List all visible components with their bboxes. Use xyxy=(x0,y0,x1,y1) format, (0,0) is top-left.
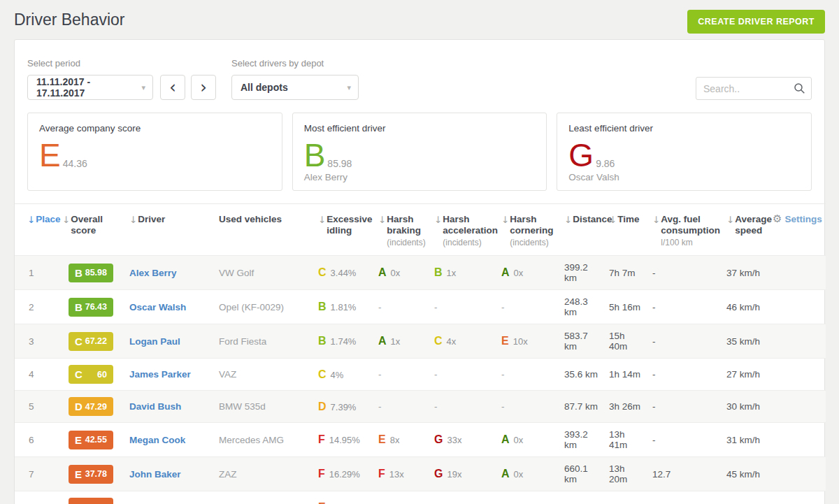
grade-value: 1x xyxy=(447,268,457,278)
grade-letter: C xyxy=(434,335,443,347)
create-driver-report-button[interactable]: CREATE DRIVER REPORT xyxy=(687,10,825,34)
chevron-down-icon: ▾ xyxy=(141,83,145,92)
column-sublabel: (incidents) xyxy=(387,237,426,248)
worst-grade-letter: G xyxy=(568,142,594,169)
grade-value: 4% xyxy=(331,370,344,380)
column-sublabel: (incidents) xyxy=(510,237,556,248)
empty-value: - xyxy=(378,401,382,412)
speed-cell: 37 km/h xyxy=(719,256,766,290)
grade-value: 0x xyxy=(514,268,524,278)
column-label: Driver xyxy=(138,214,165,224)
braking-cell: F13x xyxy=(371,457,427,491)
vehicles-cell: VAZ xyxy=(212,359,311,391)
driver-cell: Jogn Green xyxy=(122,491,212,504)
score-badge: E37.78 xyxy=(69,465,113,484)
place-cell: 5 xyxy=(15,391,55,423)
vehicles-cell: VOLVO xyxy=(212,491,311,504)
grade-value: 10x xyxy=(513,336,528,347)
settings-cell xyxy=(766,457,826,491)
distance-cell: 583.7 km xyxy=(557,324,602,359)
grade-value: 7.39% xyxy=(331,402,357,412)
place-cell: 8 xyxy=(15,491,55,504)
cornering-cell: - xyxy=(494,491,557,504)
column-label: Harsh cornering xyxy=(510,214,553,236)
column-header-harsh-braking[interactable]: ↓Harsh braking(incidents) xyxy=(371,204,427,256)
column-label: Settings xyxy=(784,214,822,224)
acceleration-cell: G19x xyxy=(427,457,494,491)
acceleration-cell: G33x xyxy=(427,423,494,457)
column-header-time[interactable]: ↓Time xyxy=(602,204,645,256)
overall-score-cell: C60 xyxy=(55,359,122,391)
idling-cell: E10.8% xyxy=(311,491,371,504)
column-header-settings[interactable]: ⚙Settings xyxy=(766,204,826,256)
score-badge: C67.22 xyxy=(69,332,113,351)
driver-cell: John Baker xyxy=(122,457,212,491)
grade-letter: G xyxy=(434,433,443,445)
drivers-table: ↓Place↓Overall score↓DriverUsed vehicles… xyxy=(15,203,826,504)
braking-cell: A0x xyxy=(371,256,427,290)
column-header-avg-fuel-consumption[interactable]: ↓Avg. fuel consumptionl/100 km xyxy=(645,204,719,256)
sort-arrow-icon: ↓ xyxy=(434,214,442,225)
idling-cell: C3.44% xyxy=(311,256,371,290)
driver-link[interactable]: James Parker xyxy=(129,369,191,380)
grade-letter: A xyxy=(501,266,510,278)
column-header-harsh-acceleration[interactable]: ↓Harsh acceleration(incidents) xyxy=(427,204,494,256)
empty-value: - xyxy=(434,302,438,312)
fuel-cell: - xyxy=(645,423,719,457)
score-badge: B85.98 xyxy=(69,264,113,282)
filters-bar: Select period 11.11.2017 - 17.11.2017 ▾ … xyxy=(15,40,824,100)
column-header-excessive-idling[interactable]: ↓Excessive idling xyxy=(311,204,371,256)
vehicles-cell: VW Golf xyxy=(212,256,311,290)
braking-cell: - xyxy=(371,491,427,504)
cornering-cell: - xyxy=(494,359,557,391)
least-efficient-driver-card: Least efficient driver G 9.86 Oscar Vals… xyxy=(557,113,812,191)
overall-score-cell: D47.29 xyxy=(55,391,122,423)
acceleration-cell: - xyxy=(427,391,494,423)
driver-row: 7E37.78John BakerZAZF16.29%F13xG19xA0x66… xyxy=(15,457,826,491)
grade-letter: A xyxy=(378,335,387,347)
column-header-average-speed[interactable]: ↓Average speed xyxy=(719,204,766,256)
place-cell: 2 xyxy=(15,290,55,324)
summary-cards: Average company score E 44.36 Most effic… xyxy=(15,100,824,203)
driver-link[interactable]: Logan Paul xyxy=(129,336,180,347)
place-cell: 4 xyxy=(15,359,55,391)
depot-select[interactable]: All depots ▾ xyxy=(231,75,359,100)
next-period-button[interactable]: › xyxy=(191,75,216,100)
column-header-driver[interactable]: ↓Driver xyxy=(122,204,212,256)
search-icon[interactable] xyxy=(794,82,805,97)
column-header-harsh-cornering[interactable]: ↓Harsh cornering(incidents) xyxy=(494,204,557,256)
driver-link[interactable]: David Bush xyxy=(129,401,181,412)
column-header-overall-score[interactable]: ↓Overall score xyxy=(55,204,122,256)
driver-link[interactable]: Alex Berry xyxy=(129,268,177,278)
speed-cell: 31 km/h xyxy=(719,423,766,457)
driver-link[interactable]: Oscar Walsh xyxy=(129,302,186,312)
best-score-value: 85.98 xyxy=(327,158,352,169)
column-header-distance[interactable]: ↓Distance xyxy=(557,204,602,256)
fuel-cell: - xyxy=(645,391,719,423)
speed-cell: 30 km/h xyxy=(719,391,766,423)
grade-value: 0x xyxy=(391,268,401,278)
acceleration-cell: C4x xyxy=(427,324,494,359)
grade-letter: F xyxy=(318,433,325,445)
distance-cell: 70.8 km xyxy=(557,491,602,504)
overall-score-cell: E34.5 xyxy=(55,491,122,504)
driver-cell: Logan Paul xyxy=(122,324,212,359)
previous-period-button[interactable]: ‹ xyxy=(160,75,185,100)
overall-score-cell: E42.55 xyxy=(55,423,122,457)
driver-link[interactable]: Megan Cook xyxy=(129,435,185,445)
overall-score-cell: B76.43 xyxy=(55,290,122,324)
driver-link[interactable]: John Baker xyxy=(129,469,181,480)
cornering-cell: A0x xyxy=(494,256,557,290)
grade-letter: B xyxy=(318,301,327,312)
period-value: 11.11.2017 - 17.11.2017 xyxy=(36,76,134,99)
idling-cell: F14.95% xyxy=(311,423,371,457)
driver-cell: Megan Cook xyxy=(122,423,212,457)
sort-arrow-icon: ↓ xyxy=(378,214,386,225)
overall-score-cell: C67.22 xyxy=(55,324,122,359)
column-header-place[interactable]: ↓Place xyxy=(15,204,55,256)
empty-value: - xyxy=(501,302,505,312)
main-panel: Select period 11.11.2017 - 17.11.2017 ▾ … xyxy=(14,39,825,504)
table-header-row: ↓Place↓Overall score↓DriverUsed vehicles… xyxy=(15,204,826,256)
period-select[interactable]: 11.11.2017 - 17.11.2017 ▾ xyxy=(27,75,153,100)
grade-letter: E xyxy=(378,433,386,445)
